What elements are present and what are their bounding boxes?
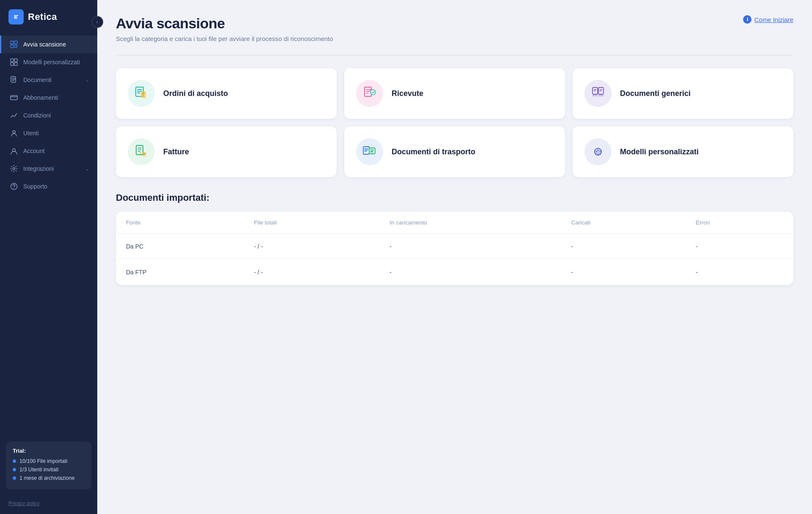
svg-rect-28 [363,147,369,154]
sidebar-item-account[interactable]: Account [0,142,97,160]
svg-point-4 [15,45,17,48]
main-content: Avvia scansione i Come Iniziare Scegli l… [97,0,812,514]
svg-rect-7 [11,63,14,66]
divider [116,55,793,55]
card-label: Documenti generici [620,89,691,98]
sidebar-item-documenti[interactable]: Documenti ⌄ [0,71,97,89]
category-cards-grid: Ordini di acquisto $ Ricevute [116,68,793,177]
row-file-totali: - / - [244,260,380,285]
svg-text:$: $ [370,88,371,92]
row-fonte: Da PC [116,234,244,260]
table-header-row: Fonte File totali In caricamento Caricat… [116,212,793,234]
svg-rect-8 [14,63,17,66]
imported-documents-table: Fonte File totali In caricamento Caricat… [116,212,793,285]
sidebar-item-label: Modelli personalizzati [23,59,89,66]
table-row: Da PC - / - - - - [116,234,793,260]
category-card-ricevute[interactable]: $ Ricevute [344,68,565,119]
sidebar-collapse-button[interactable]: ‹ [91,16,103,28]
col-fonte: Fonte [116,212,244,234]
svg-rect-23 [593,95,598,96]
trial-dot [13,459,16,463]
sidebar-item-modelli-personalizzati[interactable]: Modelli personalizzati [0,53,97,71]
col-caricati: Caricati [561,212,686,234]
col-errori: Errori [686,212,793,234]
page-title-group: Avvia scansione [116,15,225,32]
logo-area: Retica [0,0,97,32]
card-icon-wrap [356,138,383,165]
person-icon [10,147,18,155]
sidebar: Retica ‹ Avvia scansione [0,0,97,514]
sidebar-nav: Avvia scansione Modelli personalizzati [0,32,97,435]
svg-rect-27 [143,152,146,156]
row-caricati: - [561,260,686,285]
category-card-modelli[interactable]: Modelli personalizzati [573,126,793,177]
sidebar-item-label: Utenti [23,130,89,137]
sidebar-item-integrazioni[interactable]: Integrazioni ⌄ [0,160,97,178]
sidebar-item-abbonamenti[interactable]: Abbonamenti [0,89,97,107]
card-label: Documenti di trasporto [392,148,475,156]
svg-rect-5 [11,59,14,62]
sidebar-item-label: Condizioni [23,112,89,119]
svg-rect-10 [11,96,17,100]
imported-section-title: Documenti importati: [116,192,793,203]
card-label: Ricevute [392,89,423,98]
table-header: Fonte File totali In caricamento Caricat… [116,212,793,234]
card-icon-wrap [128,80,155,107]
chart-icon [10,111,18,120]
card-icon-wrap [584,138,612,165]
row-in-caricamento: - [379,260,561,285]
row-in-caricamento: - [379,234,561,260]
page-header: Avvia scansione i Come Iniziare [116,15,793,32]
sidebar-item-avvia-scansione[interactable]: Avvia scansione [0,36,97,53]
sidebar-item-label: Integrazioni [23,165,80,172]
sidebar-item-label: Abbonamenti [23,94,89,101]
doc-icon [10,76,18,84]
col-file-totali: File totali [244,212,380,234]
card-icon [10,93,18,102]
users-icon [10,129,18,137]
svg-text:$: $ [140,151,142,155]
trial-item-archive: 1 mese di archiviazione [13,475,85,481]
trial-item-files: 10/100 File importati [13,458,85,464]
svg-rect-24 [598,95,604,96]
trial-dot [13,468,16,471]
category-card-fatture[interactable]: $ Fatture [116,126,337,177]
svg-rect-1 [11,41,14,44]
page-subtitle: Scegli la categoria e carica i tuoi file… [116,35,793,42]
col-in-caricamento: In caricamento [379,212,561,234]
chevron-down-icon: ⌄ [85,78,89,82]
category-card-ordini[interactable]: Ordini di acquisto [116,68,337,119]
logo-text: Retica [28,11,57,22]
trial-item-users: 1/3 Utenti invitati [13,467,85,473]
row-file-totali: - / - [244,234,380,260]
privacy-policy-link[interactable]: Privacy policy [0,496,97,514]
sidebar-item-label: Documenti [23,77,80,83]
imported-documents-table-container: Fonte File totali In caricamento Caricat… [116,212,793,285]
support-icon [10,182,18,191]
svg-point-11 [13,131,15,133]
logo-icon [8,9,24,25]
card-icon-wrap: $ [128,138,155,165]
page-title: Avvia scansione [116,15,225,32]
sidebar-item-condizioni[interactable]: Condizioni [0,107,97,124]
svg-rect-6 [14,59,17,62]
card-label: Modelli personalizzati [620,148,699,156]
grid-icon [10,58,18,66]
gear-icon [10,164,18,173]
category-card-documenti-generici[interactable]: Documenti generici [573,68,793,119]
scan-icon [10,40,18,49]
row-fonte: Da FTP [116,260,244,285]
category-card-trasporto[interactable]: Documenti di trasporto [344,126,565,177]
info-icon: i [743,15,752,24]
trial-box: Trial: 10/100 File importati 1/3 Utenti … [6,442,91,489]
sidebar-item-utenti[interactable]: Utenti [0,124,97,142]
sidebar-item-label: Supporto [23,183,89,190]
card-icon-wrap: $ [356,80,383,107]
trial-dot [13,476,16,480]
card-icon-wrap [584,80,612,107]
svg-point-15 [14,188,14,189]
come-iniziare-link[interactable]: i Come Iniziare [743,15,793,24]
svg-rect-3 [11,45,14,48]
sidebar-item-supporto[interactable]: Supporto [0,178,97,195]
card-label: Ordini di acquisto [163,89,228,98]
